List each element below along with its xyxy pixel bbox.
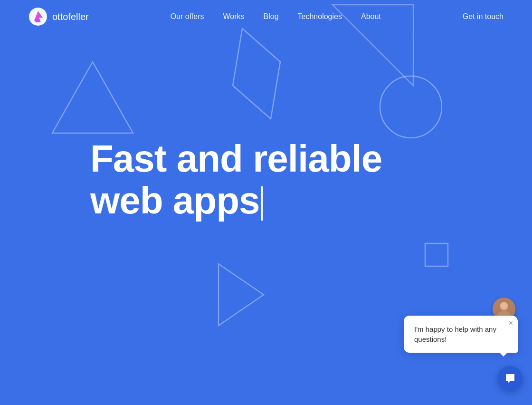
svg-marker-4 <box>218 264 264 326</box>
nav-item-blog[interactable]: Blog <box>264 12 279 21</box>
chat-close-button[interactable]: × <box>509 319 513 327</box>
nav-item-technologies[interactable]: Technologies <box>298 12 342 21</box>
logo-link[interactable]: ottofeller <box>28 7 89 26</box>
chat-icon <box>504 372 516 385</box>
text-cursor <box>261 186 263 221</box>
main-nav: Our offers Works Blog Technologies About <box>171 12 381 21</box>
nav-item-works[interactable]: Works <box>223 12 244 21</box>
chat-open-button[interactable] <box>498 366 522 391</box>
svg-point-10 <box>501 302 507 309</box>
hero-line-1: Fast and reliable <box>90 137 382 180</box>
chat-widget: × I'm happy to help with any questions! <box>498 366 522 391</box>
get-in-touch-link[interactable]: Get in touch <box>463 12 504 21</box>
hero-title: Fast and reliable web apps <box>90 138 532 222</box>
chat-bubble: × I'm happy to help with any questions! <box>404 316 518 353</box>
nav-item-our-offers[interactable]: Our offers <box>171 12 204 21</box>
logo-icon <box>28 7 48 26</box>
chat-message: I'm happy to help with any questions! <box>414 325 496 343</box>
svg-rect-5 <box>425 243 448 266</box>
header: ottofeller Our offers Works Blog Technol… <box>0 0 532 33</box>
hero-line-2: web apps <box>90 179 260 222</box>
hero-section: Fast and reliable web apps <box>0 33 532 222</box>
nav-item-about[interactable]: About <box>361 12 381 21</box>
logo-text: ottofeller <box>52 11 89 22</box>
